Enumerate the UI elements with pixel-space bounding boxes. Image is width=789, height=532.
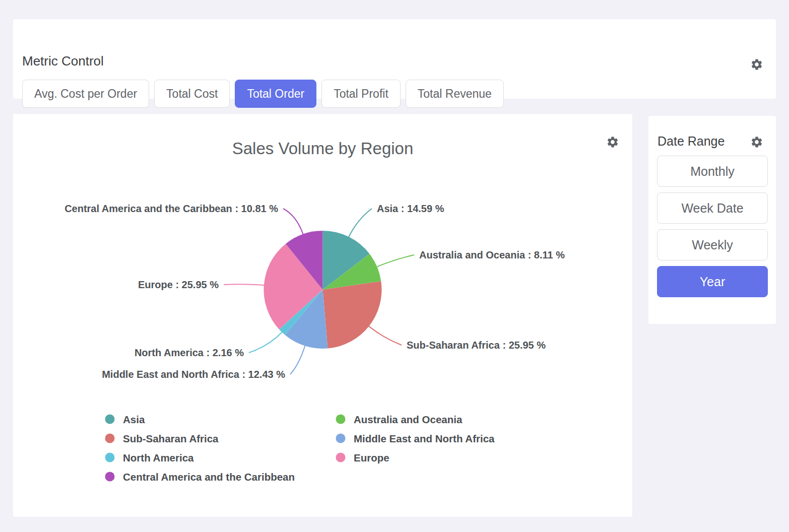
metric-button-total-cost[interactable]: Total Cost — [154, 80, 230, 108]
date-range-buttons: MonthlyWeek DateWeeklyYear — [657, 156, 768, 303]
legend-dot — [105, 415, 115, 424]
metric-control-card: Metric Control Avg. Cost per OrderTotal … — [13, 19, 776, 99]
legend-dot — [105, 434, 115, 443]
pie-leader-line — [368, 326, 402, 345]
legend-dot — [105, 453, 115, 462]
pie-leader-line — [283, 209, 303, 235]
legend-label: Australia and Oceania — [354, 414, 463, 425]
pie-slice-label: Europe : 25.95 % — [138, 279, 219, 290]
legend-item-central-america-and-the-caribbean[interactable]: Central America and the Caribbean — [105, 471, 295, 483]
date-range-button-week-date[interactable]: Week Date — [657, 192, 768, 224]
metric-control-title: Metric Control — [22, 53, 104, 69]
legend-label: Sub-Saharan Africa — [123, 433, 219, 444]
legend-label: Europe — [354, 452, 389, 463]
date-range-button-year[interactable]: Year — [657, 266, 768, 297]
legend-item-north-america[interactable]: North America — [105, 452, 194, 463]
pie-slice-label: North America : 2.16 % — [135, 347, 244, 358]
pie-slice-label: Asia : 14.59 % — [377, 203, 444, 214]
metric-button-total-order[interactable]: Total Order — [235, 80, 316, 108]
legend-label: Asia — [123, 414, 145, 425]
metric-button-total-profit[interactable]: Total Profit — [321, 80, 401, 108]
metric-button-total-revenue[interactable]: Total Revenue — [406, 80, 504, 108]
legend-label: Central America and the Caribbean — [123, 471, 295, 483]
pie-slice-sub-saharan-africa[interactable] — [323, 281, 382, 348]
legend-dot — [336, 415, 346, 424]
legend-label: North America — [123, 452, 194, 463]
pie-slice-label: Central America and the Caribbean : 10.8… — [64, 203, 278, 214]
pie-leader-line — [224, 284, 265, 285]
pie-slice-label: Sub-Saharan Africa : 25.95 % — [407, 340, 546, 351]
gear-icon[interactable] — [750, 136, 763, 149]
legend-item-asia[interactable]: Asia — [105, 414, 145, 425]
pie-leader-line — [249, 332, 282, 353]
pie-leader-line — [290, 346, 305, 374]
legend-label: Middle East and North Africa — [354, 433, 495, 444]
legend-item-europe[interactable]: Europe — [336, 452, 389, 463]
pie-leader-line — [376, 255, 414, 267]
pie-slice-label: Australia and Oceania : 8.11 % — [419, 249, 565, 260]
metric-button-avg-cost-per-order[interactable]: Avg. Cost per Order — [22, 80, 149, 108]
legend-dot — [105, 472, 115, 482]
date-range-button-monthly[interactable]: Monthly — [657, 156, 768, 187]
pie-chart: Asia : 14.59 %Australia and Oceania : 8.… — [13, 114, 632, 517]
legend-item-sub-saharan-africa[interactable]: Sub-Saharan Africa — [105, 433, 219, 444]
legend-item-australia-and-oceania[interactable]: Australia and Oceania — [336, 414, 463, 425]
pie-leader-line — [349, 209, 372, 237]
gear-icon[interactable] — [750, 58, 763, 71]
legend-dot — [336, 434, 346, 443]
legend-dot — [336, 453, 346, 462]
pie-slice-label: Middle East and North Africa : 12.43 % — [102, 369, 285, 380]
date-range-panel: Date Range MonthlyWeek DateWeeklyYear — [648, 116, 776, 324]
metric-buttons: Avg. Cost per OrderTotal CostTotal Order… — [22, 80, 504, 108]
legend-item-middle-east-and-north-africa[interactable]: Middle East and North Africa — [336, 433, 495, 444]
sales-volume-card: Sales Volume by Region Asia : 14.59 %Aus… — [13, 114, 632, 517]
date-range-button-weekly[interactable]: Weekly — [657, 229, 768, 260]
date-range-title: Date Range — [658, 134, 725, 149]
